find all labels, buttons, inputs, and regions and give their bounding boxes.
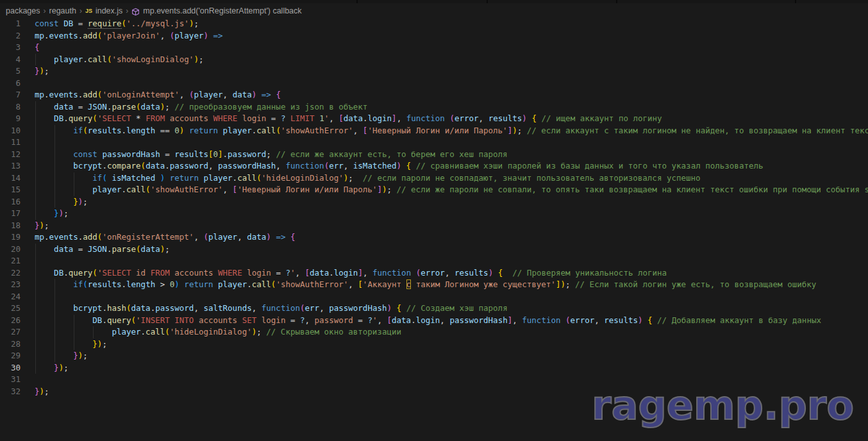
indent-guide: [54, 137, 55, 149]
code-line-15[interactable]: 15 player.call('showAuthError', ['Неверн…: [0, 184, 868, 196]
line-number-8[interactable]: 8: [0, 101, 21, 113]
breadcrumb-item-packages[interactable]: packages: [6, 6, 40, 15]
line-number-28[interactable]: 28: [0, 338, 21, 351]
line-number-5[interactable]: 5: [0, 65, 21, 78]
code-line-16[interactable]: 16 });: [0, 196, 868, 208]
code-line-7[interactable]: 7mp.events.add('onLoginAttempt', (player…: [0, 89, 868, 101]
code-line-1[interactable]: 1const DB = require('../mysql.js');: [0, 18, 868, 30]
code-line-24[interactable]: 24: [0, 291, 868, 303]
code-line-25[interactable]: 25 bcrypt.hash(data.password, saltRounds…: [0, 303, 868, 315]
code-line-22[interactable]: 22 DB.query('SELECT id FROM accounts WHE…: [0, 267, 868, 279]
code-line-28[interactable]: 28 });: [0, 338, 868, 351]
breadcrumb: packages › regauth › JS index.js › mp.ev…: [0, 3, 868, 18]
code-text: });: [35, 208, 69, 220]
line-number-16[interactable]: 16: [0, 196, 21, 208]
code-text: mp.events.add('playerJoin', (player) =>: [35, 30, 223, 42]
breadcrumb-item-symbol[interactable]: mp.events.add('onRegisterAttempt') callb…: [143, 6, 301, 15]
line-number-15[interactable]: 15: [0, 184, 21, 196]
line-number-18[interactable]: 18: [0, 220, 21, 232]
code-text: data = JSON.parse(data);: [35, 244, 170, 256]
js-file-icon: JS: [85, 8, 92, 14]
line-number-29[interactable]: 29: [0, 350, 21, 362]
code-text: if(results.length > 0) return player.cal…: [35, 279, 816, 291]
code-text: });: [35, 196, 88, 208]
code-line-14[interactable]: 14 if( isMatched ) return player.call('h…: [0, 172, 868, 185]
code-text: });: [35, 338, 107, 351]
code-line-29[interactable]: 29 });: [0, 350, 868, 362]
code-text: });: [35, 220, 49, 232]
code-line-10[interactable]: 10 if(results.length == 0) return player…: [0, 125, 868, 137]
line-number-12[interactable]: 12: [0, 149, 21, 161]
chevron-right-icon: ›: [79, 6, 82, 15]
line-number-20[interactable]: 20: [0, 244, 21, 256]
indent-guide: [54, 291, 55, 303]
chevron-right-icon: ›: [126, 6, 128, 15]
code-text: mp.events.add('onRegisterAttempt', (play…: [35, 231, 296, 244]
code-text: player.call('showAuthError', ['Неверный …: [35, 184, 868, 196]
line-number-23[interactable]: 23: [0, 279, 21, 291]
code-text: data = JSON.parse(data); // преобразовуе…: [35, 101, 367, 113]
code-line-9[interactable]: 9 DB.query('SELECT * FROM accounts WHERE…: [0, 113, 868, 125]
line-number-21[interactable]: 21: [0, 255, 21, 267]
code-text: });: [35, 386, 49, 398]
code-line-13[interactable]: 13 bcrypt.compare(data.password, passwor…: [0, 160, 868, 172]
indent-guide: [35, 291, 36, 303]
line-number-25[interactable]: 25: [0, 303, 21, 315]
line-number-1[interactable]: 1: [0, 18, 21, 30]
code-line-6[interactable]: 6: [0, 78, 868, 90]
code-line-8[interactable]: 8 data = JSON.parse(data); // преобразов…: [0, 101, 868, 113]
line-number-24[interactable]: 24: [0, 291, 21, 303]
line-number-13[interactable]: 13: [0, 160, 21, 172]
line-number-10[interactable]: 10: [0, 125, 21, 137]
line-number-26[interactable]: 26: [0, 315, 21, 327]
line-number-32[interactable]: 32: [0, 386, 21, 398]
line-number-19[interactable]: 19: [0, 231, 21, 244]
line-number-17[interactable]: 17: [0, 208, 21, 220]
code-line-30[interactable]: 30 });: [0, 362, 868, 374]
code-line-12[interactable]: 12 const passwordHash = results[0].passw…: [0, 149, 868, 161]
line-number-27[interactable]: 27: [0, 326, 21, 338]
code-line-3[interactable]: 3{: [0, 42, 868, 54]
code-text: {: [35, 42, 40, 54]
line-number-3[interactable]: 3: [0, 42, 21, 54]
line-number-2[interactable]: 2: [0, 30, 21, 42]
code-line-21[interactable]: 21: [0, 255, 868, 267]
line-number-11[interactable]: 11: [0, 137, 21, 149]
code-text: const DB = require('../mysql.js');: [35, 18, 199, 30]
code-line-26[interactable]: 26 DB.query('INSERT INTO accounts SET lo…: [0, 315, 868, 327]
code-text: });: [35, 350, 88, 362]
line-number-6[interactable]: 6: [0, 78, 21, 90]
line-number-7[interactable]: 7: [0, 89, 21, 101]
code-line-19[interactable]: 19mp.events.add('onRegisterAttempt', (pl…: [0, 231, 868, 244]
line-number-14[interactable]: 14: [0, 172, 21, 185]
code-line-20[interactable]: 20 data = JSON.parse(data);: [0, 244, 868, 256]
code-line-11[interactable]: 11: [0, 137, 868, 149]
code-text: if(results.length == 0) return player.ca…: [35, 125, 868, 137]
code-line-23[interactable]: 23 if(results.length > 0) return player.…: [0, 279, 868, 291]
code-text: bcrypt.hash(data.password, saltRounds, f…: [35, 303, 508, 315]
symbol-event-icon: [131, 8, 140, 16]
line-number-4[interactable]: 4: [0, 54, 21, 66]
code-text: mp.events.add('onLoginAttempt', (player,…: [35, 89, 281, 101]
code-line-27[interactable]: 27 player.call('hideLoginDialog'); // Ск…: [0, 326, 868, 338]
line-number-9[interactable]: 9: [0, 113, 21, 125]
indent-guide: [35, 137, 36, 149]
breadcrumb-item-regauth[interactable]: regauth: [49, 6, 76, 15]
code-text: player.call('hideLoginDialog'); // Скрыв…: [35, 326, 401, 338]
code-editor[interactable]: 1const DB = require('../mysql.js');2mp.e…: [0, 18, 868, 397]
code-text: });: [35, 362, 69, 374]
code-text: if( isMatched ) return player.call('hide…: [35, 172, 701, 185]
code-line-4[interactable]: 4 player.call('showLoginDialog');: [0, 54, 868, 66]
breadcrumb-item-indexjs[interactable]: index.js: [96, 6, 122, 15]
code-line-2[interactable]: 2mp.events.add('playerJoin', (player) =>: [0, 30, 868, 42]
code-text: DB.query('SELECT * FROM accounts WHERE l…: [35, 113, 662, 125]
code-text: DB.query('INSERT INTO accounts SET login…: [35, 315, 821, 327]
line-number-31[interactable]: 31: [0, 374, 21, 386]
code-text: });: [35, 65, 49, 78]
line-number-30[interactable]: 30: [0, 362, 21, 374]
watermark: ragemp.pro: [592, 386, 854, 426]
line-number-22[interactable]: 22: [0, 267, 21, 279]
code-line-18[interactable]: 18});: [0, 220, 868, 232]
code-line-5[interactable]: 5});: [0, 65, 868, 78]
code-line-17[interactable]: 17 });: [0, 208, 868, 220]
